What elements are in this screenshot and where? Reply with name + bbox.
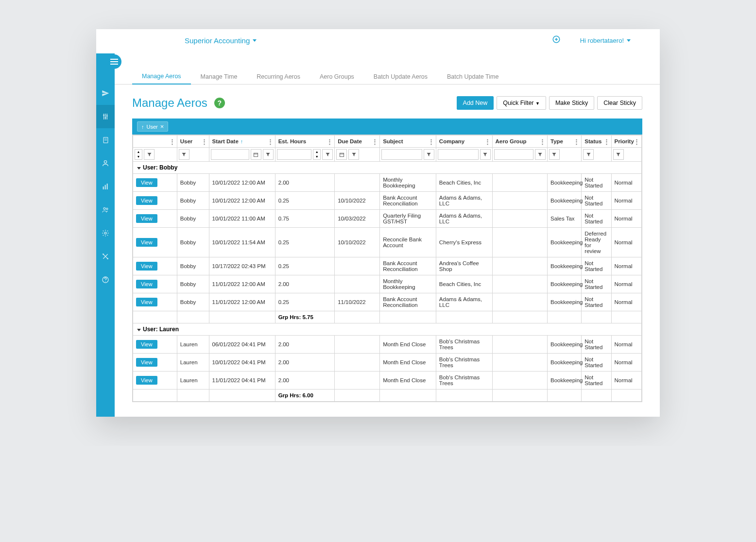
group-footer-row: Grp Hrs: 6.00 — [133, 390, 642, 402]
tab-manage-time[interactable]: Manage Time — [191, 73, 247, 84]
group-row[interactable]: User: Lauren — [133, 323, 642, 336]
filter-icon[interactable] — [144, 149, 155, 160]
view-button[interactable]: View — [136, 358, 157, 367]
svg-point-19 — [105, 281, 105, 282]
tab-recurring-aeros[interactable]: Recurring Aeros — [247, 73, 310, 84]
table-row: ViewLauren11/01/2022 04:41 PM2.00Month E… — [133, 372, 642, 390]
column-header[interactable]: Priority⋮ — [611, 136, 641, 148]
table-row: ViewLauren10/01/2022 04:41 PM2.00Month E… — [133, 354, 642, 372]
view-button[interactable]: View — [136, 196, 157, 205]
help-icon[interactable]: ? — [214, 98, 225, 108]
column-menu-icon[interactable]: ⋮ — [603, 138, 610, 145]
svg-point-5 — [106, 115, 108, 117]
data-grid: ⋮User⋮Start Date↑⋮Est. Hours⋮Due Date⋮Su… — [132, 135, 642, 402]
clear-sticky-button[interactable]: Clear Sticky — [597, 96, 642, 110]
tab-batch-update-time[interactable]: Batch Update Time — [437, 73, 508, 84]
svg-rect-23 — [254, 153, 258, 156]
add-icon[interactable] — [552, 35, 561, 46]
filter-icon[interactable] — [535, 149, 546, 160]
filter-icon[interactable] — [322, 149, 333, 160]
column-menu-icon[interactable]: ⋮ — [484, 138, 491, 145]
svg-point-4 — [105, 117, 106, 119]
tab-batch-update-aeros[interactable]: Batch Update Aeros — [364, 73, 437, 84]
view-button[interactable]: View — [136, 214, 157, 223]
column-menu-icon[interactable]: ⋮ — [573, 138, 580, 145]
filter-icon[interactable] — [424, 149, 434, 160]
svg-rect-11 — [105, 185, 106, 189]
group-row[interactable]: User: Bobby — [133, 162, 642, 174]
view-button[interactable]: View — [136, 280, 157, 288]
chip-label: User — [147, 124, 158, 130]
filter-group-input[interactable] — [494, 149, 533, 160]
column-header[interactable]: Status⋮ — [582, 136, 611, 148]
column-menu-icon[interactable]: ⋮ — [201, 138, 207, 145]
tabs: Manage AerosManage TimeRecurring AerosAe… — [115, 68, 660, 85]
column-header[interactable]: Subject⋮ — [380, 136, 436, 148]
column-header[interactable]: Type⋮ — [547, 136, 581, 148]
view-button[interactable]: View — [136, 178, 157, 187]
filter-icon[interactable] — [613, 149, 624, 160]
filter-icon[interactable] — [263, 149, 274, 160]
calendar-icon[interactable] — [251, 149, 261, 160]
greeting-label: Hi robertataero! — [580, 37, 624, 44]
sidebar-item-document[interactable] — [96, 128, 115, 152]
sidebar-item-tools[interactable] — [96, 245, 115, 268]
topbar: Superior Accounting Hi robertataero! — [115, 29, 660, 51]
add-new-button[interactable]: Add New — [457, 96, 494, 110]
filter-icon[interactable] — [583, 149, 594, 160]
filter-hours-input[interactable] — [277, 149, 312, 160]
column-header[interactable]: User⋮ — [177, 136, 209, 148]
make-sticky-button[interactable]: Make Sticky — [549, 96, 594, 110]
column-menu-icon[interactable]: ⋮ — [267, 138, 274, 145]
sidebar-item-chart[interactable] — [96, 175, 115, 198]
column-header[interactable]: Company⋮ — [436, 136, 492, 148]
column-header[interactable]: Due Date⋮ — [335, 136, 380, 148]
filter-icon[interactable] — [549, 149, 560, 160]
column-header[interactable]: Est. Hours⋮ — [275, 136, 335, 148]
sidebar-item-gear[interactable] — [96, 221, 115, 245]
filter-subject-input[interactable] — [381, 149, 422, 160]
filter-icon[interactable] — [179, 149, 189, 160]
menu-toggle[interactable] — [107, 54, 121, 69]
page-header: Manage Aeros ? Add New Quick Filter ▼ Ma… — [115, 85, 660, 119]
filter-icon[interactable] — [348, 149, 359, 160]
tab-manage-aeros[interactable]: Manage Aeros — [132, 73, 191, 85]
view-button[interactable]: View — [136, 262, 157, 271]
number-spinner[interactable]: ▲▼ — [313, 149, 321, 160]
number-spinner[interactable]: ▲▼ — [135, 149, 142, 160]
sidebar-item-team[interactable] — [96, 198, 115, 221]
sidebar-item-send[interactable] — [96, 82, 115, 105]
column-menu-icon[interactable]: ⋮ — [539, 138, 546, 145]
column-menu-icon[interactable]: ⋮ — [372, 138, 378, 145]
filter-chip-user[interactable]: ↑ User × — [137, 121, 168, 132]
sidebar-item-settings[interactable] — [96, 105, 115, 128]
filter-start-date-input[interactable] — [211, 149, 249, 160]
column-header[interactable]: Aero Group⋮ — [492, 136, 547, 148]
group-footer-row: Grp Hrs: 5.75 — [133, 311, 642, 323]
view-button[interactable]: View — [136, 340, 157, 349]
view-button[interactable]: View — [136, 298, 157, 306]
column-menu-icon[interactable]: ⋮ — [326, 138, 333, 145]
user-menu[interactable]: Hi robertataero! — [580, 37, 631, 44]
view-button[interactable]: View — [136, 376, 157, 385]
view-button[interactable]: View — [136, 238, 157, 247]
column-header[interactable]: ⋮ — [133, 136, 177, 148]
filter-icon[interactable] — [480, 149, 491, 160]
column-menu-icon[interactable]: ⋮ — [428, 138, 434, 145]
close-icon[interactable]: × — [160, 123, 164, 130]
table-row: ViewBobby10/01/2022 12:00 AM0.2510/10/20… — [133, 192, 642, 210]
filter-row: ▲▼ ▲▼ — [133, 148, 642, 162]
column-menu-icon[interactable]: ⋮ — [634, 138, 640, 145]
calendar-icon[interactable] — [336, 149, 347, 160]
quick-filter-button[interactable]: Quick Filter ▼ — [497, 96, 546, 110]
svg-rect-0 — [110, 59, 118, 60]
filter-company-input[interactable] — [438, 149, 479, 160]
sidebar-item-user[interactable] — [96, 152, 115, 175]
sidebar-item-help[interactable] — [96, 268, 115, 291]
svg-rect-12 — [107, 184, 108, 189]
column-menu-icon[interactable]: ⋮ — [169, 138, 175, 145]
column-header[interactable]: Start Date↑⋮ — [209, 136, 275, 148]
tab-aero-groups[interactable]: Aero Groups — [310, 73, 364, 84]
table-row: ViewBobby10/01/2022 11:00 AM0.7510/03/20… — [133, 210, 642, 228]
company-dropdown[interactable]: Superior Accounting — [185, 36, 257, 45]
